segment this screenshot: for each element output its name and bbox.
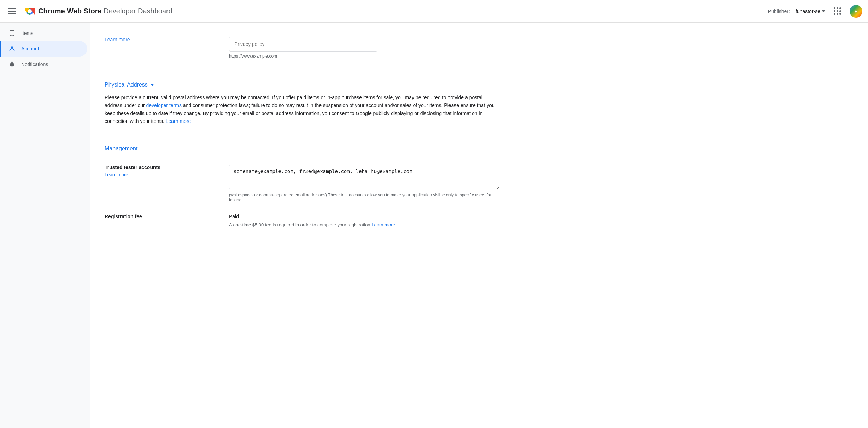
bell-icon (8, 61, 16, 68)
svg-point-3 (11, 46, 13, 49)
trusted-tester-label-col: Trusted tester accounts Learn more (105, 165, 218, 177)
app-header: Chrome Web Store Developer Dashboard Pub… (0, 0, 868, 23)
privacy-policy-input[interactable] (230, 38, 376, 50)
sidebar-item-label: Account (21, 46, 39, 52)
sidebar-item-account[interactable]: Account (0, 41, 87, 57)
svg-point-2 (28, 9, 32, 13)
privacy-policy-label-col: Learn more (105, 37, 218, 47)
sidebar-item-label: Items (21, 30, 33, 36)
management-section: Management Trusted tester accounts Learn… (105, 137, 500, 242)
bookmark-icon (8, 30, 16, 37)
hamburger-icon[interactable] (6, 6, 18, 17)
header-right: Publisher: funastor-se F (768, 5, 862, 18)
registration-fee-label: Registration fee (105, 214, 218, 219)
trusted-tester-learn-more-link[interactable]: Learn more (105, 172, 128, 177)
physical-address-learn-more-link[interactable]: Learn more (166, 118, 191, 124)
logo-container: Chrome Web Store Developer Dashboard (24, 6, 172, 17)
registration-fee-value: Paid (229, 214, 500, 219)
main-content: Learn more https://www.example.com Physi… (90, 23, 868, 428)
trusted-tester-hint: (whitespace- or comma-separated email ad… (229, 192, 500, 202)
developer-terms-link[interactable]: developer terms (146, 102, 182, 108)
sidebar: Items Account Notifications (0, 23, 90, 428)
privacy-policy-input-col: https://www.example.com (229, 37, 500, 59)
physical-address-title: Physical Address (105, 82, 148, 88)
chrome-logo-icon (24, 6, 35, 17)
privacy-policy-row: Learn more https://www.example.com (105, 31, 500, 64)
publisher-selector[interactable]: funastor-se (796, 8, 825, 14)
publisher-chevron-icon (822, 10, 825, 12)
content-area: Learn more https://www.example.com Physi… (90, 23, 515, 256)
publisher-label: Publisher: (768, 8, 790, 14)
header-left: Chrome Web Store Developer Dashboard (6, 6, 768, 17)
account-circle-icon (8, 45, 16, 52)
physical-address-chevron-icon (151, 84, 154, 86)
trusted-tester-input-col: somename@example.com, fr3ed@example.com,… (229, 165, 500, 202)
physical-address-description: Please provide a current, valid postal a… (105, 94, 500, 125)
registration-fee-learn-more-link[interactable]: Learn more (371, 222, 395, 227)
avatar[interactable]: F (850, 5, 862, 18)
privacy-policy-input-wrapper (229, 37, 377, 52)
registration-fee-row: Registration fee Paid A one-time $5.00 f… (105, 208, 500, 233)
trusted-tester-label: Trusted tester accounts (105, 165, 218, 170)
trusted-tester-textarea[interactable]: somename@example.com, fr3ed@example.com,… (229, 165, 500, 189)
physical-address-section: Physical Address Please provide a curren… (105, 73, 500, 137)
registration-fee-label-col: Registration fee (105, 214, 218, 221)
management-title[interactable]: Management (105, 145, 500, 152)
app-title: Chrome Web Store Developer Dashboard (38, 7, 172, 15)
page-layout: Items Account Notifications (0, 23, 868, 428)
registration-fee-value-col: Paid A one-time $5.00 fee is required in… (229, 214, 500, 227)
privacy-policy-hint: https://www.example.com (229, 54, 500, 59)
sidebar-item-notifications[interactable]: Notifications (0, 57, 87, 72)
sidebar-item-label: Notifications (21, 61, 48, 67)
physical-address-header[interactable]: Physical Address (105, 82, 500, 88)
privacy-learn-more-link[interactable]: Learn more (105, 37, 218, 42)
trusted-tester-row: Trusted tester accounts Learn more somen… (105, 159, 500, 208)
google-apps-icon[interactable] (831, 5, 844, 18)
registration-fee-hint: A one-time $5.00 fee is required in orde… (229, 222, 500, 227)
privacy-policy-section: Learn more https://www.example.com (105, 23, 500, 73)
sidebar-item-items[interactable]: Items (0, 25, 87, 41)
